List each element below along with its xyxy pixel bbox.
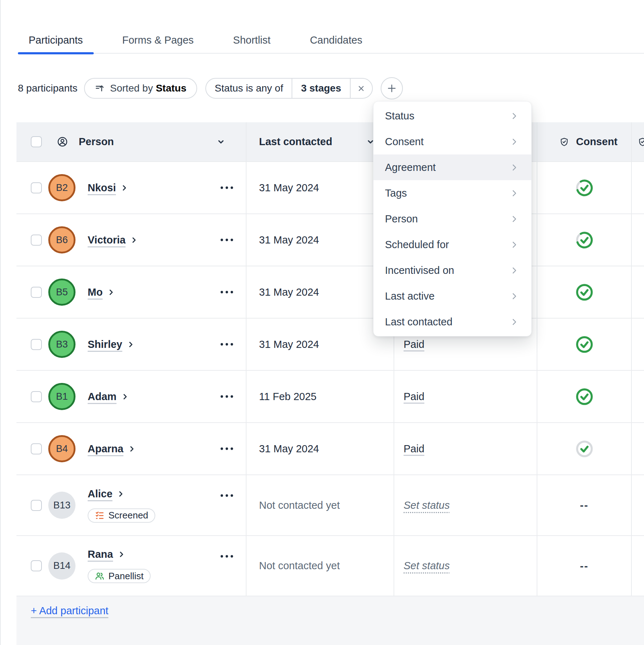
row-checkbox[interactable] bbox=[31, 391, 42, 402]
person-cell: B3 Shirley bbox=[16, 319, 247, 370]
participants-page: ParticipantsForms & PagesShortlistCandid… bbox=[0, 0, 644, 645]
menu-item-label: Scheduled for bbox=[385, 239, 449, 251]
menu-item-incentivised-on[interactable]: Incentivised on bbox=[374, 257, 531, 283]
row-more-button[interactable] bbox=[220, 447, 234, 450]
person-block: Aparna bbox=[88, 443, 135, 455]
status-filter-pill: Status is any of 3 stages bbox=[205, 78, 373, 99]
participant-name-link[interactable]: Rana bbox=[88, 548, 113, 560]
status-cell: Paid bbox=[394, 371, 537, 422]
avatar: B5 bbox=[48, 279, 75, 306]
row-more-button[interactable] bbox=[220, 238, 234, 242]
tab-label: Candidates bbox=[310, 34, 362, 46]
tab-participants[interactable]: Participants bbox=[18, 27, 94, 53]
row-checkbox[interactable] bbox=[31, 560, 42, 571]
chevron-right-icon bbox=[128, 445, 135, 452]
menu-item-tags[interactable]: Tags bbox=[374, 180, 531, 206]
row-checkbox[interactable] bbox=[31, 443, 42, 454]
avatar: B14 bbox=[48, 552, 75, 580]
consent-cell bbox=[537, 214, 632, 266]
menu-item-agreement[interactable]: Agreement bbox=[374, 154, 531, 180]
status-cell: Set status bbox=[394, 475, 537, 535]
participant-name-link[interactable]: Aparna bbox=[88, 443, 123, 455]
tab-candidates[interactable]: Candidates bbox=[299, 27, 373, 53]
row-more-button[interactable] bbox=[220, 290, 234, 294]
row-checkbox[interactable] bbox=[31, 182, 42, 193]
tab-forms-pages[interactable]: Forms & Pages bbox=[112, 27, 205, 53]
last-contacted-value: Not contacted yet bbox=[259, 560, 340, 572]
participant-name-link[interactable]: Victoria bbox=[88, 234, 126, 246]
filter-value-label[interactable]: 3 stages bbox=[292, 79, 350, 98]
column-header-extra[interactable] bbox=[632, 122, 644, 161]
tab-bar: ParticipantsForms & PagesShortlistCandid… bbox=[18, 27, 644, 54]
column-header-last-contacted[interactable]: Last contacted bbox=[247, 122, 394, 161]
participant-name-link[interactable]: Shirley bbox=[88, 339, 122, 350]
chevron-down-icon[interactable] bbox=[216, 137, 225, 146]
chevron-right-icon bbox=[122, 393, 128, 400]
row-more-button[interactable] bbox=[220, 395, 234, 398]
status-cell: Paid bbox=[394, 423, 537, 474]
status-link[interactable]: Paid bbox=[404, 443, 424, 455]
last-contacted-cell: 31 May 2024 bbox=[247, 214, 394, 266]
people-icon bbox=[95, 571, 104, 581]
last-contacted-value: 31 May 2024 bbox=[259, 443, 319, 455]
person-cell: B1 Adam bbox=[16, 371, 247, 422]
checklist-icon bbox=[95, 511, 104, 520]
consent-cell bbox=[537, 266, 632, 318]
participant-name-link[interactable]: Adam bbox=[88, 391, 117, 403]
menu-item-label: Last contacted bbox=[385, 316, 453, 328]
menu-item-scheduled-for[interactable]: Scheduled for bbox=[374, 232, 531, 257]
add-participant-link[interactable]: + Add participant bbox=[31, 605, 108, 617]
table-footer: + Add participant bbox=[16, 596, 644, 645]
tab-shortlist[interactable]: Shortlist bbox=[222, 27, 281, 53]
menu-item-status[interactable]: Status bbox=[374, 103, 531, 129]
last-contacted-cell: 31 May 2024 bbox=[247, 162, 394, 213]
select-all-checkbox[interactable] bbox=[31, 136, 42, 147]
person-cell: B4 Aparna bbox=[16, 423, 247, 474]
chevron-right-icon bbox=[510, 318, 518, 326]
status-link[interactable]: Paid bbox=[404, 391, 424, 403]
participant-name-link[interactable]: Alice bbox=[88, 488, 112, 500]
filter-clear-button[interactable] bbox=[350, 79, 372, 98]
participant-name-link[interactable]: Nkosi bbox=[88, 182, 116, 194]
person-cell: B14 Rana Panellist bbox=[16, 536, 247, 596]
row-more-button[interactable] bbox=[220, 494, 234, 497]
plus-icon bbox=[386, 83, 397, 94]
menu-item-last-active[interactable]: Last active bbox=[374, 283, 531, 309]
menu-item-label: Person bbox=[385, 213, 418, 225]
menu-item-label: Agreement bbox=[385, 162, 436, 173]
tag-badge[interactable]: Panellist bbox=[88, 569, 151, 583]
filter-field-label[interactable]: Status is any of bbox=[206, 79, 292, 98]
consent-empty: -- bbox=[580, 560, 589, 572]
row-more-button[interactable] bbox=[220, 186, 234, 189]
set-status-link[interactable]: Set status bbox=[404, 499, 450, 511]
consent-ring-icon bbox=[576, 336, 593, 353]
extra-cell bbox=[632, 214, 644, 266]
row-more-button[interactable] bbox=[220, 343, 234, 346]
menu-item-last-contacted[interactable]: Last contacted bbox=[374, 309, 531, 335]
last-contacted-value: 31 May 2024 bbox=[259, 286, 319, 298]
menu-item-person[interactable]: Person bbox=[374, 206, 531, 232]
chevron-right-icon bbox=[117, 491, 124, 497]
row-checkbox[interactable] bbox=[31, 500, 42, 511]
column-header-person[interactable]: Person bbox=[16, 122, 247, 161]
person-block: Nkosi bbox=[88, 182, 128, 194]
status-link[interactable]: Paid bbox=[404, 339, 424, 350]
chevron-right-icon bbox=[510, 112, 518, 120]
tag-badge[interactable]: Screened bbox=[88, 508, 155, 523]
row-checkbox[interactable] bbox=[31, 339, 42, 350]
row-checkbox[interactable] bbox=[31, 235, 42, 246]
person-cell: B2 Nkosi bbox=[16, 162, 247, 213]
last-contacted-value: Not contacted yet bbox=[259, 499, 340, 511]
row-more-button[interactable] bbox=[220, 555, 234, 558]
row-checkbox[interactable] bbox=[31, 287, 42, 298]
sort-pill[interactable]: Sorted by Status bbox=[84, 78, 197, 99]
participant-name-link[interactable]: Mo bbox=[88, 286, 103, 298]
menu-item-consent[interactable]: Consent bbox=[374, 129, 531, 154]
more-icon bbox=[220, 343, 234, 346]
add-filter-button[interactable] bbox=[381, 77, 403, 99]
set-status-link[interactable]: Set status bbox=[404, 560, 450, 572]
column-header-consent[interactable]: Consent bbox=[537, 122, 632, 161]
chevron-right-icon bbox=[127, 341, 134, 348]
table-row: B4 Aparna 31 May 2024 Paid bbox=[16, 423, 644, 475]
consent-cell: -- bbox=[537, 536, 632, 596]
